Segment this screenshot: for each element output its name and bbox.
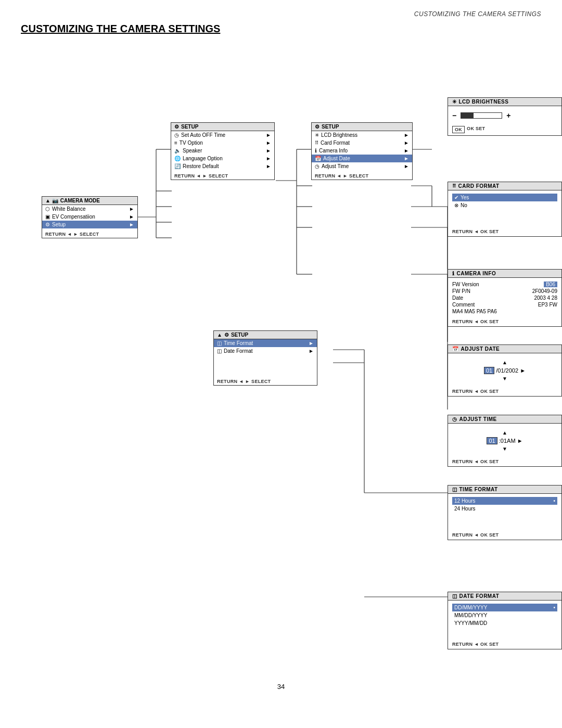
arrow-icon: ► (266, 140, 271, 146)
tv-icon: ≡ (174, 140, 177, 146)
minus-icon[interactable]: − (452, 111, 456, 120)
x-icon: ⊗ (454, 202, 458, 208)
time-down-arrow-icon[interactable]: ▼ (502, 446, 507, 452)
date-format-footer: RETURN ◄ OK SET (448, 641, 561, 649)
adjust-date-footer: RETURN ◄ OK SET (448, 388, 561, 396)
language-icon: 🌐 (174, 156, 181, 161)
arrow-icon: ► (129, 222, 134, 227)
date-right-arrow: ► (520, 367, 526, 374)
setup3-item-date-format[interactable]: ◫ Date Format ► (214, 347, 317, 355)
brightness-icon: ✳ (315, 132, 319, 138)
setup1-item-language[interactable]: 🌐 Language Option ► (171, 155, 274, 162)
plus-icon[interactable]: + (506, 111, 510, 120)
down-arrow-icon[interactable]: ▼ (502, 376, 507, 381)
brightness-track[interactable] (461, 112, 502, 119)
ev-icon: ▣ (45, 214, 50, 220)
dateformat-icon: ◫ (217, 348, 222, 354)
setup2-item-card[interactable]: ⠿ Card Format ► (312, 139, 412, 147)
camera-mode-footer: RETURN ◄ ► SELECT (42, 231, 137, 238)
adjust-time-panel: ◷ ADJUST TIME ▲ 01 :01AM ► ▼ RETURN ◄ OK… (448, 415, 562, 467)
adjust-date-panel: 📅 ADJUST DATE ▲ 01 /01/2002 ► ▼ RETURN ◄… (448, 344, 562, 397)
date-slash1: /01/2002 (496, 367, 518, 374)
camera-mode-menu: ▲ 📷 CAMERA MODE ⬡ White Balance ► ▣ EV C… (42, 196, 138, 238)
date-label: Date (452, 295, 463, 301)
setup2-item-camera-info[interactable]: ℹ Camera Info ► (312, 147, 412, 155)
adjust-time-header: ◷ ADJUST TIME (448, 415, 561, 424)
card-format-header: ⠿ CARD FORMAT (448, 182, 561, 190)
time-icon: ◷ (315, 163, 320, 169)
menu-item-ev[interactable]: ▣ EV Compensatiion ► (42, 213, 137, 221)
page-number: 34 (21, 683, 541, 691)
arrow-icon: ► (404, 140, 409, 146)
setup-menu-1-footer: RETURN ◄ ► SELECT (171, 172, 274, 180)
arrow-icon: ► (404, 163, 409, 169)
time-format-12h[interactable]: 12 Hours • (452, 497, 557, 505)
setup2-item-adjust-time[interactable]: ◷ Adjust Time ► (312, 162, 412, 170)
date-value: 2003 4 28 (534, 295, 558, 301)
card-format-footer: RETURN ◄ OK SET (448, 228, 561, 236)
wb-icon: ⬡ (45, 206, 50, 212)
brightness-fill (461, 113, 473, 118)
time-hour[interactable]: 01 (487, 437, 497, 444)
fw-version-value: B06 (544, 282, 557, 287)
time-format-panel: ◫ TIME FORMAT 12 Hours • 24 Hours RETURN… (448, 485, 562, 540)
arrow-icon: ► (404, 132, 409, 138)
menu-item-setup[interactable]: ⚙ Setup ► (42, 221, 137, 228)
setup1-item-restore[interactable]: 🔄 Restore Default ► (171, 162, 274, 170)
setup-menu-3-header: ▲ ⚙ SETUP (214, 331, 317, 339)
setup1-item-speaker[interactable]: 🔈 Speaker ► (171, 147, 274, 155)
fw-version-label: FW Version (452, 282, 479, 287)
arrow-icon: ► (266, 156, 271, 161)
time-format-content: 12 Hours • 24 Hours (448, 494, 561, 531)
camera-info-panel: ℹ CAMERA INFO FW Version B06 FW P/N 2F00… (448, 269, 562, 327)
speaker-icon: 🔈 (174, 148, 181, 154)
comment-value: EP3 FW (538, 302, 557, 308)
camera-info-header: ℹ CAMERA INFO (448, 270, 561, 278)
brightness-bar: − + (448, 106, 561, 125)
card-format-panel: ⠿ CARD FORMAT ✔ Yes ⊗ No RETURN ◄ OK SET (448, 182, 562, 237)
setup1-item-tv[interactable]: ≡ TV Option ► (171, 139, 274, 147)
date-format-panel: ◫ DATE FORMAT DD/MM/YYYY • MM/DD/YYYY YY… (448, 592, 562, 649)
date-format-yyyy-mm-dd[interactable]: YYYY/MM/DD (452, 619, 557, 627)
date-format-dd-mm-yyyy[interactable]: DD/MM/YYYY • (452, 604, 557, 611)
date-day[interactable]: 01 (484, 367, 494, 374)
ok-button[interactable]: OK (452, 126, 465, 133)
time-header-icon: ◷ (452, 416, 457, 422)
menu-item-white-balance[interactable]: ⬡ White Balance ► (42, 205, 137, 213)
setup3-item-time-format[interactable]: ◫ Time Format ► (214, 339, 317, 347)
setup3-up-icon: ▲ (217, 332, 222, 338)
time-right-arrow: ► (517, 438, 523, 444)
up-arrow-icon[interactable]: ▲ (502, 360, 507, 365)
arrow-icon: ► (309, 340, 314, 346)
clock-icon: ◷ (174, 132, 179, 138)
arrow-icon: ► (266, 163, 271, 169)
card-header-icon: ⠿ (452, 183, 456, 189)
brightness-header-icon: ✳ (452, 99, 457, 105)
info-header-icon: ℹ (452, 271, 455, 276)
card-icon: ⠿ (315, 140, 318, 146)
date-format-mm-dd-yyyy[interactable]: MM/DD/YYYY (452, 611, 557, 619)
time-rest: :01AM (499, 438, 516, 444)
dateformat-header-icon: ◫ (452, 593, 457, 599)
setup2-icon: ⚙ (315, 124, 320, 130)
camera-info-content: FW Version B06 FW P/N 2F0049-09 Date 200… (448, 278, 561, 318)
time-format-24h[interactable]: 24 Hours (452, 505, 557, 513)
setup2-item-lcd[interactable]: ✳ LCD Brightness ► (312, 131, 412, 139)
setup3-icon: ⚙ (224, 332, 229, 338)
fw-pn-label: FW P/N (452, 288, 470, 294)
page-title: CUSTOMIZING THE CAMERA SETTINGS (21, 23, 541, 35)
setup2-item-adjust-date[interactable]: 📅 Adjust Date ► (312, 155, 412, 162)
card-format-yes[interactable]: ✔ Yes (452, 194, 557, 201)
dot-icon: • (553, 498, 555, 504)
card-format-no[interactable]: ⊗ No (452, 201, 557, 209)
camera-mode-header: ▲ 📷 CAMERA MODE (42, 197, 137, 205)
card-format-content: ✔ Yes ⊗ No (448, 190, 561, 228)
arrow-icon: ► (266, 148, 271, 154)
setup-menu-1: ⚙ SETUP ◷ Set Auto OFF Time ► ≡ TV Optio… (171, 122, 275, 180)
setup-menu-2-footer: RETURN ◄ ► SELECT (312, 172, 412, 180)
setup1-item-autooff[interactable]: ◷ Set Auto OFF Time ► (171, 131, 274, 139)
page: CUSTOMIZING THE CAMERA SETTINGS CUSTOMIZ… (0, 0, 562, 728)
dot-icon-1: • (553, 605, 555, 610)
adjust-date-content: ▲ 01 /01/2002 ► ▼ (448, 353, 561, 388)
time-up-arrow-icon[interactable]: ▲ (502, 430, 507, 436)
